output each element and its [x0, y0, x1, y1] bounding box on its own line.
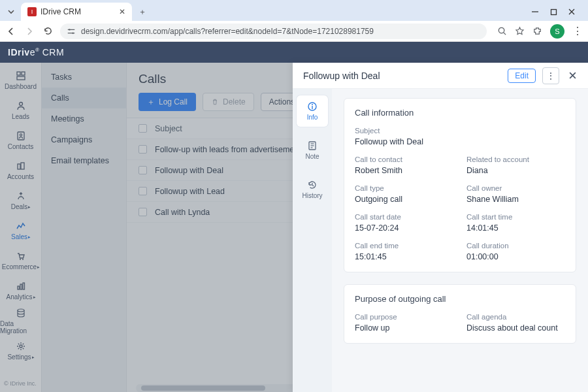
site-settings-icon[interactable] [67, 27, 76, 36]
svg-point-17 [22, 259, 24, 260]
card-title: Call information [355, 108, 565, 118]
rail-contacts[interactable]: Contacts [0, 125, 41, 155]
window-close-icon[interactable] [567, 7, 576, 16]
panel-more-button[interactable]: ⋮ [542, 67, 559, 84]
row-checkbox[interactable] [139, 166, 147, 174]
row-subject: Call with Lynda [155, 208, 210, 217]
rail-deals[interactable]: Deals▸ [0, 186, 41, 216]
subnav-tasks[interactable]: Tasks [42, 67, 126, 88]
select-all-checkbox[interactable] [139, 124, 147, 133]
field-label: Call to contact [355, 155, 453, 163]
bookmark-icon[interactable] [515, 26, 525, 36]
subnav-meetings[interactable]: Meetings [42, 108, 126, 129]
svg-rect-5 [68, 33, 75, 33]
field-label: Call start date [355, 213, 453, 221]
edit-button[interactable]: Edit [508, 69, 536, 83]
window-minimize-icon[interactable] [531, 7, 540, 16]
browser-menu-icon[interactable]: ⋮ [572, 25, 583, 37]
panel-titlebar: Followup with Deal Edit ⋮ [293, 63, 588, 89]
app-root: IDrive® CRM Dashboard Leads Contacts Acc… [0, 42, 588, 392]
rail-label: Settings▸ [7, 353, 33, 361]
rail-label: Dashboard [5, 83, 37, 90]
row-checkbox[interactable] [139, 208, 147, 216]
rail-dashboard[interactable]: Dashboard [0, 65, 41, 95]
forward-button[interactable] [24, 25, 35, 37]
tab-search-dropdown[interactable] [4, 4, 18, 20]
accounts-icon [16, 161, 26, 171]
plus-icon: ＋ [147, 97, 155, 108]
svg-rect-18 [18, 286, 20, 289]
field-value: Shane William [466, 195, 565, 204]
column-subject[interactable]: Subject [155, 124, 182, 133]
scrollbar-thumb[interactable] [141, 385, 265, 391]
field-value: Outgoing call [355, 195, 453, 204]
field-value: 15:01:45 [355, 252, 453, 261]
svg-point-21 [18, 309, 24, 312]
svg-rect-14 [18, 164, 20, 169]
rail-accounts[interactable]: Accounts [0, 155, 41, 186]
new-tab-button[interactable]: ＋ [135, 4, 150, 20]
address-bar[interactable]: design.devidrivecrm.com/app/calls?referr… [60, 24, 487, 39]
analytics-icon [16, 281, 26, 291]
trash-icon [211, 98, 219, 106]
migration-icon [16, 308, 26, 318]
panel-tab-note[interactable]: Note [297, 135, 328, 166]
svg-line-7 [504, 33, 506, 35]
field-value: Discuss about deal count [466, 323, 565, 333]
profile-avatar[interactable]: S [550, 24, 564, 39]
svg-point-22 [20, 345, 22, 348]
subnav-email-templates[interactable]: Email templates [42, 150, 126, 171]
svg-rect-1 [551, 9, 556, 14]
rail-label: Leads [12, 113, 29, 120]
reload-button[interactable] [42, 25, 54, 37]
browser-tab[interactable]: I IDrive CRM ✕ [21, 3, 132, 21]
rail-label: Deals▸ [11, 203, 31, 210]
rail-label: Analytics▸ [6, 293, 35, 301]
info-icon [307, 101, 318, 112]
field-label: Call agenda [466, 313, 565, 321]
field-label: Call start time [466, 213, 565, 221]
rail-analytics[interactable]: Analytics▸ [0, 276, 41, 306]
window-controls [531, 7, 584, 16]
rail-sales[interactable]: Sales▸ [0, 216, 41, 246]
extensions-icon[interactable] [532, 26, 542, 36]
row-checkbox[interactable] [139, 187, 147, 195]
row-subject: Followup with Deal [155, 166, 223, 175]
browser-tab-title: IDrive CRM [41, 7, 81, 16]
zoom-icon[interactable] [497, 26, 507, 36]
subnav: Tasks Calls Meetings Campaigns Email tem… [42, 63, 127, 392]
rail-footer: © IDrive Inc. [0, 375, 41, 392]
rail-ecommerce[interactable]: Ecommerce▸ [0, 246, 41, 276]
field-label: Subject [355, 127, 565, 135]
log-call-button[interactable]: ＋ Log Call [139, 93, 196, 111]
field-value: 14:01:45 [466, 223, 565, 233]
field-value: 15-07-20:24 [355, 223, 453, 233]
back-button[interactable] [5, 25, 17, 37]
rail-label: Sales▸ [11, 233, 30, 240]
svg-point-11 [19, 103, 22, 106]
rail-leads[interactable]: Leads [0, 95, 41, 125]
panel-tab-history[interactable]: History [297, 174, 328, 205]
svg-point-6 [498, 27, 504, 33]
svg-rect-15 [21, 163, 24, 169]
svg-rect-20 [23, 283, 25, 289]
field-value: 01:00:00 [466, 252, 565, 261]
svg-point-24 [312, 104, 313, 105]
svg-point-13 [20, 134, 22, 136]
subnav-calls[interactable]: Calls [42, 88, 126, 108]
browser-chrome: I IDrive CRM ✕ ＋ [0, 0, 588, 42]
sales-icon [16, 221, 26, 231]
rail-data-migration[interactable]: Data Migration [0, 306, 41, 336]
panel-tab-info[interactable]: Info [297, 95, 328, 127]
field-value: Followup with Deal [355, 137, 565, 146]
call-purpose-card: Purpose of outgoing call Call purpose Fo… [344, 284, 576, 344]
delete-button[interactable]: Delete [203, 93, 254, 111]
tab-close-icon[interactable]: ✕ [119, 7, 125, 16]
panel-close-button[interactable] [566, 69, 579, 82]
window-maximize-icon[interactable] [549, 7, 558, 16]
row-checkbox[interactable] [139, 145, 147, 154]
subnav-campaigns[interactable]: Campaigns [42, 129, 126, 150]
rail-settings[interactable]: Settings▸ [0, 336, 41, 366]
brand-logo: IDrive® CRM [8, 47, 64, 57]
panel-content: Call information Subject Followup with D… [332, 89, 588, 392]
